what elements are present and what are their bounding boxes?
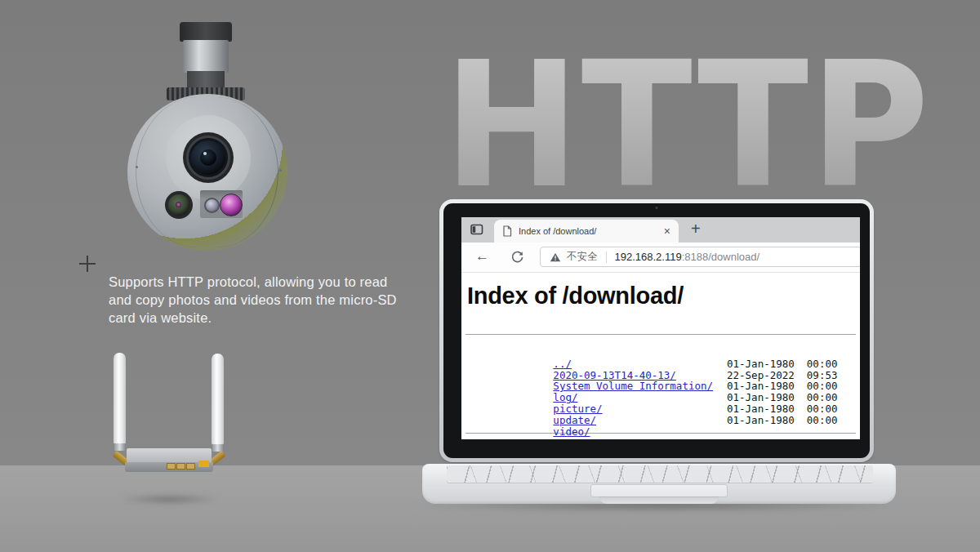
listing-row: log/ 01-Jan-1980 00:00 [467, 381, 856, 392]
router-port [186, 463, 195, 470]
dir-date: 01-Jan-1980 00:00 [727, 381, 837, 392]
router-antenna-left [114, 353, 126, 444]
browser-window: Index of /download/ × + ← [461, 217, 860, 439]
url-path: :8188/download/ [682, 251, 760, 263]
sphere-screw-right [279, 169, 282, 171]
gimbal-camera-image [122, 20, 296, 251]
page-favicon-icon [502, 225, 512, 237]
dir-date: 01-Jan-1980 00:00 [727, 358, 837, 370]
plus-decoration-icon [79, 256, 96, 272]
divider [466, 334, 856, 335]
secondary-lens-glint [176, 202, 181, 207]
webcam-dot [656, 207, 658, 209]
laptop-screen: Index of /download/ × + ← [439, 199, 874, 462]
feature-description: Supports HTTP protocol, allowing you to … [109, 273, 435, 327]
http-watermark-text: HTTP [443, 39, 931, 212]
main-lens-pupil [200, 149, 216, 166]
router-label-sticker [198, 461, 209, 467]
feature-line: and copy photos and videos from the micr… [109, 291, 435, 309]
address-separator [606, 252, 607, 263]
listing-row: 2020-09-13T14-40-13/ 01-Jan-1980 00:00 [467, 358, 856, 370]
dir-link[interactable]: video/ [553, 425, 590, 438]
directory-index-page: Index of /download/ ../ 2020-09-13T14-40… [461, 282, 860, 439]
feature-line: card via website. [109, 309, 435, 327]
url-host: 192.168.2.119 [615, 251, 682, 263]
antenna-base-left [114, 443, 125, 451]
router-image [106, 349, 237, 509]
browser-toolbar: ← [461, 243, 860, 273]
dir-date: 01-Jan-1980 00:00 [727, 403, 837, 415]
back-button[interactable]: ← [475, 248, 489, 265]
laptop-keyboard [447, 465, 873, 483]
new-tab-button[interactable]: + [691, 220, 701, 238]
laptop-trackpad [590, 484, 728, 497]
page-title: Index of /download/ [467, 282, 860, 309]
refresh-button[interactable] [510, 250, 524, 264]
listing-row: System Volume Information/ 22-Sep-2022 0… [467, 370, 856, 381]
tab-close-icon[interactable]: × [664, 225, 670, 237]
main-lens-highlight [203, 152, 207, 155]
router-port [176, 463, 185, 470]
listing-row: picture/ 01-Jan-1980 00:00 [467, 392, 856, 403]
address-bar[interactable]: 不安全 192.168.2.119:8188/download/ [540, 247, 860, 267]
laptop-lid-notch [599, 496, 719, 504]
browser-tabstrip: Index of /download/ × + [461, 217, 860, 243]
dir-date: 01-Jan-1980 00:00 [727, 392, 837, 403]
sphere-screw-left [136, 166, 138, 168]
browser-tab[interactable]: Index of /download/ × [494, 220, 679, 243]
security-status-label: 不安全 [567, 250, 598, 264]
laptop-base [422, 464, 896, 504]
tab-title: Index of /download/ [519, 226, 664, 236]
url-text: 192.168.2.119:8188/download/ [615, 251, 760, 263]
dir-date: 22-Sep-2022 09:53 [727, 370, 837, 381]
module-small-lens [204, 198, 220, 213]
tab-actions-icon[interactable] [470, 224, 483, 238]
router-port [167, 463, 176, 470]
dir-date: 01-Jan-1980 00:00 [727, 415, 837, 426]
listing-row: update/ 01-Jan-1980 00:00 [467, 403, 856, 415]
listing-row: video/ 01-Jan-1980 00:00 [467, 415, 856, 426]
directory-listing: ../ 2020-09-13T14-40-13/ 01-Jan-1980 00:… [467, 347, 856, 426]
listing-row: ../ [467, 347, 856, 358]
gimbal-mount-barrel [183, 40, 229, 73]
module-ir-lens [220, 194, 243, 216]
gimbal-mount-cap [180, 22, 232, 42]
not-secure-warning-icon [550, 252, 561, 262]
feature-line: Supports HTTP protocol, allowing you to … [109, 273, 435, 291]
promo-page: HTTP Supports HTTP protocol, allowing yo… [0, 0, 980, 552]
router-antenna-right [212, 354, 224, 445]
laptop-bezel: Index of /download/ × + ← [443, 203, 870, 458]
router-shadow [118, 495, 220, 504]
